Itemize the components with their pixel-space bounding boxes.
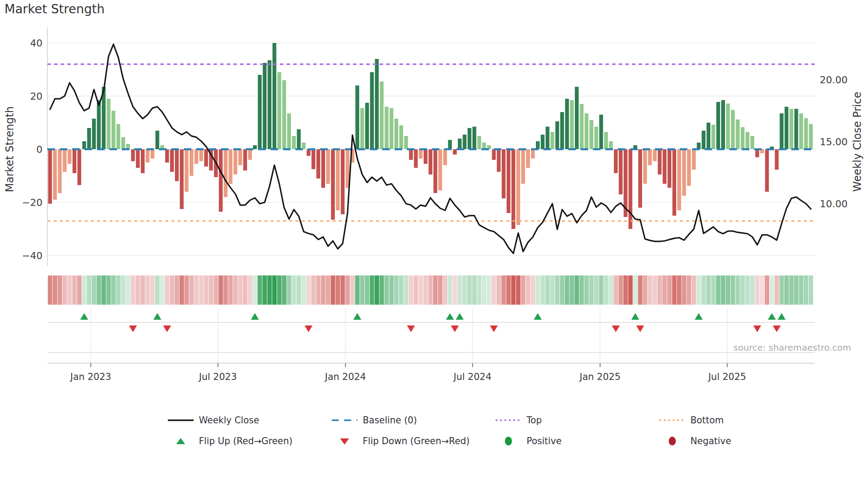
bottom-dotted-icon: [658, 417, 687, 423]
weekly-close-line-icon: [166, 417, 195, 423]
svg-text:source: sharemaestro.com: source: sharemaestro.com: [733, 342, 851, 353]
top-dotted-icon: [494, 417, 523, 423]
svg-text:20: 20: [30, 91, 43, 102]
svg-text:15.00: 15.00: [820, 136, 848, 147]
svg-text:0: 0: [36, 144, 43, 155]
legend-label: Baseline (0): [363, 415, 417, 426]
legend-label: Positive: [527, 436, 562, 446]
legend-item-negative: Negative: [658, 434, 731, 449]
svg-text:Jul 2024: Jul 2024: [453, 372, 491, 382]
legend-label: Flip Down (Green→Red): [363, 436, 470, 446]
svg-text:Weekly Close Price: Weekly Close Price: [851, 92, 864, 192]
legend-item-top: Top: [494, 413, 542, 428]
negative-dot-icon: [658, 436, 687, 446]
baseline-dash-icon: [330, 417, 359, 423]
legend-item-flip-down: Flip Down (Green→Red): [330, 434, 470, 449]
legend-item-bottom: Bottom: [658, 413, 724, 428]
legend-label: Negative: [690, 436, 731, 446]
legend-label: Bottom: [690, 415, 724, 426]
svg-text:Jan 2023: Jan 2023: [70, 372, 112, 382]
svg-text:Jul 2023: Jul 2023: [198, 372, 236, 382]
legend-item-weekly-close: Weekly Close: [166, 413, 259, 428]
flip-up-triangle-icon: [166, 437, 195, 445]
svg-text:40: 40: [30, 38, 43, 49]
market-strength-app: Market Strength 40200−20−4020.0015.0010.…: [0, 0, 868, 488]
strength-bars: [48, 43, 813, 229]
svg-text:Market Strength: Market Strength: [4, 106, 16, 192]
svg-text:10.00: 10.00: [820, 198, 848, 209]
legend-item-positive: Positive: [494, 434, 562, 449]
flip-down-triangle-icon: [330, 437, 359, 445]
svg-text:Jul 2025: Jul 2025: [707, 372, 746, 382]
svg-text:Jan 2025: Jan 2025: [579, 372, 621, 382]
legend-item-flip-up: Flip Up (Red→Green): [166, 434, 292, 449]
market-strength-chart: 40200−20−4020.0015.0010.00Jan 2023Jul 20…: [0, 0, 868, 399]
svg-text:20.00: 20.00: [820, 74, 848, 85]
legend-label: Top: [527, 415, 542, 426]
svg-text:−20: −20: [22, 197, 43, 208]
flip-up-markers: [80, 313, 786, 320]
flip-down-markers: [129, 325, 781, 332]
chart-legend: Weekly Close Baseline (0) Top Bottom Fli…: [0, 409, 868, 458]
legend-label: Flip Up (Red→Green): [199, 436, 292, 446]
strength-heatmap-strip: [48, 275, 813, 305]
legend-item-baseline: Baseline (0): [330, 413, 417, 428]
svg-text:−40: −40: [22, 250, 43, 261]
positive-dot-icon: [494, 436, 523, 446]
svg-text:Jan 2024: Jan 2024: [324, 372, 366, 382]
legend-label: Weekly Close: [199, 415, 259, 426]
